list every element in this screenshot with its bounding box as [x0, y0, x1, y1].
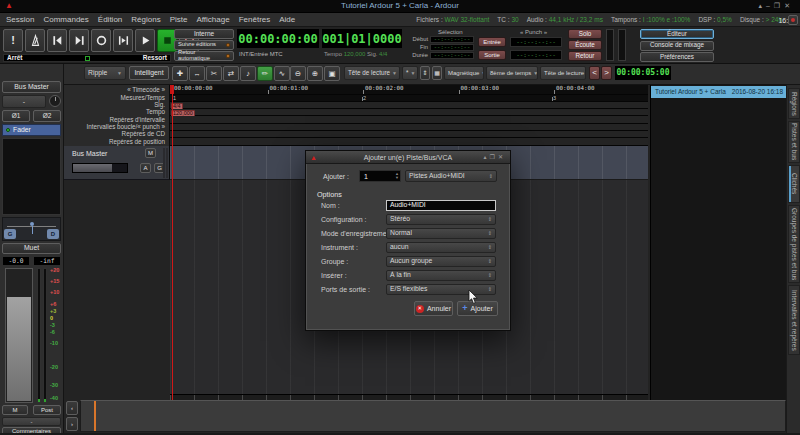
track-type-combo[interactable]: Pistes Audio+MIDI⇕: [405, 170, 497, 182]
ruler-label-0[interactable]: « Timecode »: [127, 87, 165, 93]
play-range-button[interactable]: [113, 29, 133, 52]
selection-row-clock[interactable]: --:--:--:--: [430, 36, 474, 43]
grid-unit-combo[interactable]: 8ème de temps▼: [486, 66, 538, 80]
open-editor-button[interactable]: Éditeur: [640, 29, 714, 39]
punch-in-button[interactable]: Entrée: [478, 37, 506, 47]
maximize-icon[interactable]: ❐: [774, 2, 784, 9]
punch-out-button[interactable]: Sortie: [478, 50, 506, 60]
record-indicator-button[interactable]: [788, 15, 798, 25]
secondary-clock[interactable]: 001|01|0000: [322, 29, 402, 48]
close-icon[interactable]: ✕: [498, 154, 506, 160]
sync-source-button[interactable]: Interne: [174, 29, 234, 39]
monitor-solo-button[interactable]: Solo: [568, 29, 602, 39]
dialog-window-controls[interactable]: ▴❐✕: [484, 154, 506, 160]
dialog-combo-5[interactable]: À la fin⇕: [386, 270, 496, 281]
dialog-combo-4[interactable]: Aucun groupe⇕: [386, 256, 496, 267]
ruler-label-6[interactable]: Repères de CD: [122, 131, 165, 137]
dialog-title-bar[interactable]: ▲ Ajouter un(e) Piste/Bus/VCA ▴❐✕: [306, 151, 510, 164]
maximize-icon[interactable]: ❐: [490, 154, 498, 160]
cut-tool[interactable]: ✂: [206, 66, 222, 81]
save-view-button[interactable]: ▦: [432, 66, 442, 80]
internal-edit-tool[interactable]: ∿: [274, 66, 290, 81]
menu-item-7[interactable]: Aide: [279, 16, 295, 24]
close-icon[interactable]: ✕: [784, 2, 794, 9]
play-button[interactable]: [135, 29, 155, 52]
auto-return-button[interactable]: Retour automatique: [174, 51, 234, 61]
smart-mode-button[interactable]: Intelligent: [129, 66, 169, 80]
ruler-label-7[interactable]: Repères de position: [109, 139, 165, 145]
snapshots-panel[interactable]: Tutoriel Ardour 5 + Carla 2016-08-20 16:…: [650, 85, 786, 400]
ruler-row-4[interactable]: [170, 116, 648, 124]
edit-mode-combo[interactable]: Ripple▼: [84, 66, 126, 80]
ruler-row-0[interactable]: 00:00:00:0000:00:01:0000:00:02:0000:00:0…: [170, 85, 648, 95]
strip-output-bottom-combo[interactable]: -: [2, 417, 61, 426]
cancel-button[interactable]: ✕ Annuler: [414, 301, 453, 316]
ruler-row-5[interactable]: [170, 124, 648, 131]
track-name[interactable]: Bus Master: [72, 150, 107, 157]
meter-point-m-button[interactable]: M: [2, 405, 28, 415]
minimize-icon[interactable]: –: [766, 2, 774, 9]
open-preferences-button[interactable]: Préférences: [640, 52, 714, 62]
audition-tool[interactable]: ♪: [240, 66, 256, 81]
punch-out-clock[interactable]: --:--:--:--: [510, 50, 562, 60]
shade-icon[interactable]: ▴: [758, 2, 766, 9]
snap-mode-combo[interactable]: Magnétique▼: [444, 66, 484, 80]
dialog-combo-2[interactable]: Normal⇕: [386, 228, 496, 239]
tab-regions[interactable]: Régions: [788, 88, 800, 119]
ruler-label-3[interactable]: Tempo: [146, 109, 165, 115]
draw-tool[interactable]: ✏: [257, 66, 273, 81]
menu-item-3[interactable]: Régions: [131, 16, 160, 24]
window-controls[interactable]: ▴–❐✕: [758, 2, 794, 9]
track-count-spinbox[interactable]: 1 ▲▼: [359, 170, 401, 182]
menu-item-5[interactable]: Affichage: [196, 16, 229, 24]
ruler-row-1[interactable]: 123: [170, 95, 648, 102]
spinbox-stepper-icon[interactable]: ▲▼: [395, 172, 400, 180]
meter-point-post-button[interactable]: Post: [33, 405, 61, 415]
selection-row-clock[interactable]: --:--:--:--: [430, 52, 474, 59]
dialog-combo-3[interactable]: aucun⇕: [386, 242, 496, 253]
marker-combo[interactable]: *▼: [402, 66, 418, 80]
menu-item-1[interactable]: Commandes: [43, 16, 88, 24]
midi-panic-button[interactable]: !: [3, 29, 23, 52]
menu-item-6[interactable]: Fenêtres: [239, 16, 271, 24]
go-to-end-button[interactable]: [69, 29, 89, 52]
tab-cliches[interactable]: Clichés: [788, 165, 800, 203]
nudge-back-button[interactable]: <: [589, 66, 600, 80]
zoom-focus-combo[interactable]: Tête de lecture▼: [344, 66, 400, 80]
tempo-sig-line[interactable]: Tempo 120,000 Sig. 4/4: [324, 51, 387, 57]
snapshot-row-selected[interactable]: Tutoriel Ardour 5 + Carla 2016-08-20 16:…: [651, 86, 787, 98]
loop-button[interactable]: [91, 29, 111, 52]
tab-groupes-de-pistes-et-bus[interactable]: Groupes de pistes et bus: [788, 205, 800, 283]
dialog-combo-6[interactable]: E/S flexibles⇕: [386, 284, 496, 295]
go-to-start-button[interactable]: [47, 29, 67, 52]
nudge-forward-button[interactable]: >: [601, 66, 612, 80]
track-a-button[interactable]: A: [140, 163, 151, 173]
ruler-row-3[interactable]: 120,000: [170, 109, 648, 116]
track-mute-button[interactable]: M: [145, 148, 156, 158]
ruler-row-7[interactable]: [170, 138, 648, 146]
track-header-bus-master[interactable]: Bus Master M A G: [64, 146, 170, 180]
zoom-fit-button[interactable]: ▣: [324, 66, 340, 81]
open-mixer-button[interactable]: Console de mixage: [640, 41, 714, 51]
title-bar[interactable]: ▲ Tutoriel Ardour 5 + Carla - Ardour ▴–❐…: [0, 0, 800, 13]
stretch-tool[interactable]: ⇄: [223, 66, 239, 81]
zoom-out-button[interactable]: ⊖: [290, 66, 306, 81]
menu-item-4[interactable]: Piste: [170, 16, 188, 24]
vertical-zoom-button[interactable]: ⇕: [420, 66, 430, 80]
nudge-clock[interactable]: 00:00:05:00: [615, 66, 671, 80]
shuttle-marker[interactable]: [85, 56, 90, 61]
summary-view-edge[interactable]: [94, 401, 96, 431]
tab-intervalles-et-reperes[interactable]: Intervalles et repères: [788, 285, 800, 355]
edit-point-combo[interactable]: Tête de lecture▼: [540, 66, 586, 80]
track-fader[interactable]: [72, 163, 128, 173]
zoom-in-button[interactable]: ⊕: [307, 66, 323, 81]
range-tool[interactable]: ↔: [189, 66, 205, 81]
timeline-rulers[interactable]: 00:00:00:0000:00:01:0000:00:02:0000:00:0…: [170, 85, 648, 146]
playhead[interactable]: [172, 85, 173, 400]
menu-item-0[interactable]: Session: [6, 16, 34, 24]
dialog-combo-1[interactable]: Stéréo⇕: [386, 214, 496, 225]
menu-item-2[interactable]: Édition: [98, 16, 122, 24]
metronome-button[interactable]: [25, 29, 45, 52]
primary-clock[interactable]: 00:00:00:00: [237, 29, 319, 48]
tab-pistes-et-bus[interactable]: Pistes et bus: [788, 121, 800, 163]
